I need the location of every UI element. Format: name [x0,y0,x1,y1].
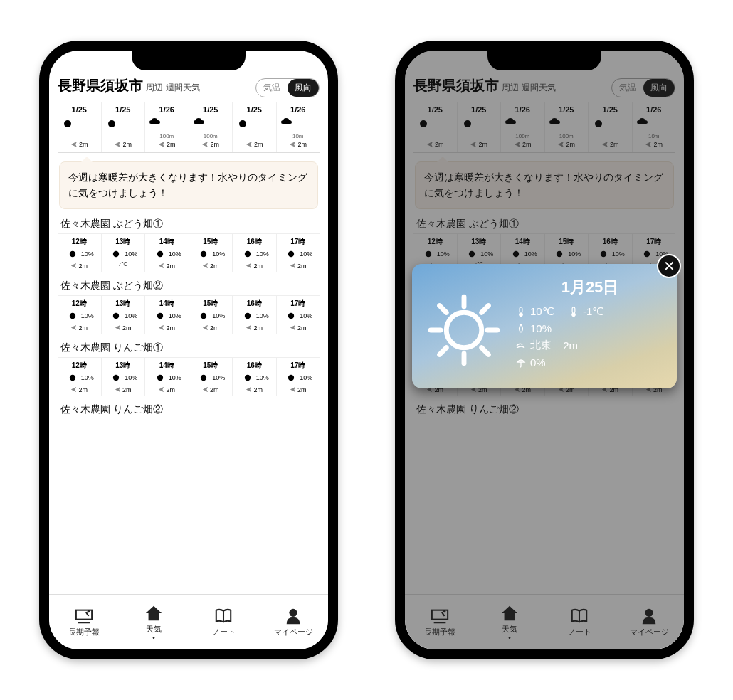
hour-pct: 10% [125,312,137,319]
detail-rain: 0% [516,356,664,368]
hour-cell[interactable]: 13時 10% 7℃ [102,234,146,272]
tab-long-forecast[interactable]: 長期予報 [49,595,119,649]
hour-cell[interactable]: 15時 10% 2m [189,234,233,272]
hour-cell[interactable]: 12時 10% 2m [58,358,102,396]
hour-pct: 10% [300,312,312,319]
hour-cell[interactable]: 16時 10% 2m [233,234,277,272]
hour-cell[interactable]: 14時 10% 2m [145,296,189,334]
hour-time: 17時 [277,299,320,309]
day-cell[interactable]: 1/25 100m 2m [189,102,233,152]
detail-wind: 北東 2m [516,339,664,352]
hour-cell[interactable]: 15時 10% 2m [189,358,233,396]
hour-pct: 10% [81,250,94,258]
day-date: 1/25 [189,105,233,114]
wind-arrow-icon [158,141,165,148]
wind-arrow-icon [158,262,164,269]
close-button[interactable]: ✕ [657,254,681,278]
wind-arrow-icon [202,262,209,269]
hour-time: 12時 [58,237,101,247]
rain-light-icon [189,115,209,132]
tab-weather[interactable]: 天気 [119,595,189,649]
hour-cell[interactable]: 12時 10% 2m [58,296,102,334]
day-cell[interactable]: 1/25 2m [102,102,146,152]
location-name: 長野県須坂市 [58,76,143,95]
day-cell[interactable]: 1/26 100m 2m [145,102,189,152]
hour-cell[interactable]: 17時 10% 2m [277,358,320,396]
advice-tip: 今週は寒暖差が大きくなります！水やりのタイミングに気をつけましょう！ [59,161,318,209]
wind-arrow-icon [246,141,253,148]
hour-cell[interactable]: 13時 10% 2m [102,358,146,396]
tab-mypage[interactable]: マイページ [258,595,328,649]
hour-wind: 2m [58,324,101,332]
sun-icon [240,371,255,385]
sun-icon [283,247,299,261]
hour-cell[interactable]: 14時 10% 2m [145,358,189,396]
wind-arrow-icon [246,262,252,269]
location-suffix: 周辺 [146,82,163,94]
day-cell[interactable]: 1/25 2m [233,102,277,152]
hour-time: 15時 [189,237,233,247]
hour-pct: 10% [125,374,137,381]
detail-humidity: 10% [516,322,664,334]
wind-icon [516,341,526,351]
day-wind: 2m [189,141,233,148]
hour-pct: 10% [212,250,225,258]
wind-arrow-icon [202,386,209,393]
hour-wind: 2m [58,386,101,393]
hour-wind: 2m [189,386,233,393]
farms-list: 佐々木農園 ぶどう畑① 12時 10% 2m 13時 10% 7℃ 14時 10… [58,218,320,416]
sun-icon [240,309,255,323]
tab-note[interactable]: ノート [189,595,258,649]
metric-toggle[interactable]: 気温 風向 [255,78,320,97]
hour-cell[interactable]: 15時 10% 2m [189,296,233,334]
hour-wind: 2m [145,386,189,393]
hour-wind: 2m [102,324,145,332]
sun-icon [196,371,211,385]
hour-cell[interactable]: 16時 10% 2m [233,296,277,334]
hour-wind: 2m [145,324,189,332]
sun-icon [240,247,255,261]
farm-title: 佐々木農園 りんご畑① [60,341,317,354]
notch [487,51,601,70]
rain-icon [277,115,297,132]
hour-wind: 2m [277,262,320,270]
hour-cell[interactable]: 16時 10% 2m [233,358,277,396]
hour-wind: 2m [58,262,101,270]
day-distance [58,133,101,139]
day-cell[interactable]: 1/25 2m [58,102,102,152]
day-date: 1/25 [233,105,276,114]
detail-temp: 10℃ -1℃ [516,305,664,318]
hour-pct: 10% [125,250,137,258]
toggle-wind[interactable]: 風向 [288,79,319,97]
sun-icon [233,115,253,132]
hour-pct: 10% [300,250,312,258]
notch [132,51,246,70]
rain-value: 0% [530,356,546,368]
toggle-temp[interactable]: 気温 [256,79,288,97]
hour-pct: 10% [256,312,269,319]
hour-pct: 10% [169,250,181,258]
temp-high: 10℃ [530,305,554,318]
thermometer-icon [516,307,526,317]
tab-label: 天気 [146,624,162,635]
hour-wind: 2m [277,386,320,393]
hour-cell[interactable]: 17時 10% 2m [277,296,320,334]
hour-cell[interactable]: 12時 10% 2m [58,234,102,272]
hour-row: 12時 10% 2m 13時 10% 2m 14時 10% 2m 15時 10%… [58,295,320,334]
hour-cell[interactable]: 13時 10% 2m [102,296,146,334]
sun-icon [152,309,168,323]
day-cell[interactable]: 1/26 10m 2m [277,102,320,152]
hour-cell[interactable]: 14時 10% 2m [145,234,189,272]
wind-arrow-icon [290,262,296,269]
sun-icon [283,309,299,323]
thermometer-icon [569,307,579,317]
hour-cell[interactable]: 17時 10% 2m [277,234,320,272]
hour-time: 12時 [58,299,101,309]
day-detail-card: ✕ 1月25日 10℃ -1℃ 10% 北東 2m [412,264,677,388]
hour-wind: 2m [145,262,189,270]
hour-time: 14時 [145,299,189,309]
hour-pct: 10% [212,374,225,381]
hour-row: 12時 10% 2m 13時 10% 7℃ 14時 10% 2m 15時 10%… [58,233,320,272]
close-icon: ✕ [663,258,675,275]
day-distance: 100m [189,133,233,139]
